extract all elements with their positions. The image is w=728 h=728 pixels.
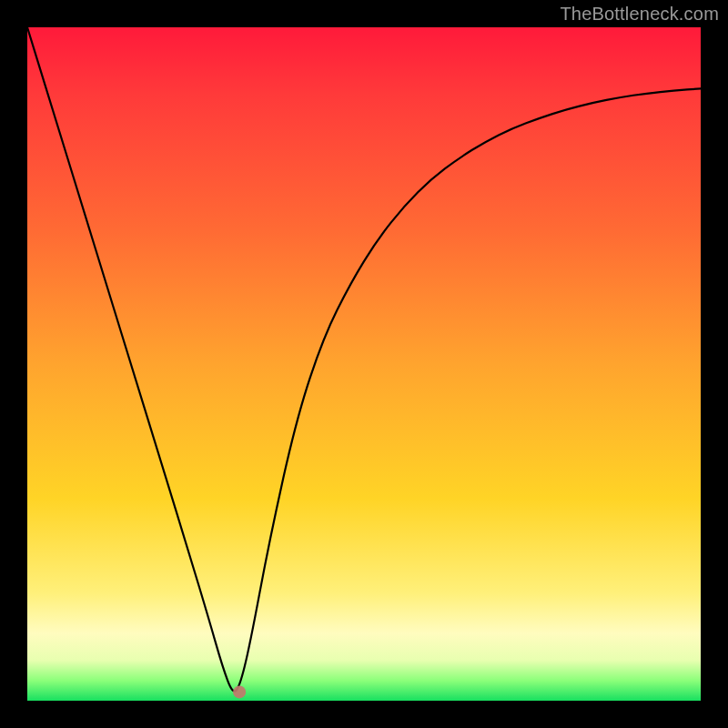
chart-frame: TheBottleneck.com: [0, 0, 728, 728]
watermark-text: TheBottleneck.com: [560, 4, 719, 25]
optimum-marker: [233, 685, 246, 698]
plot-area: [27, 27, 701, 701]
bottleneck-curve: [27, 27, 701, 692]
curve-svg: [27, 27, 701, 701]
